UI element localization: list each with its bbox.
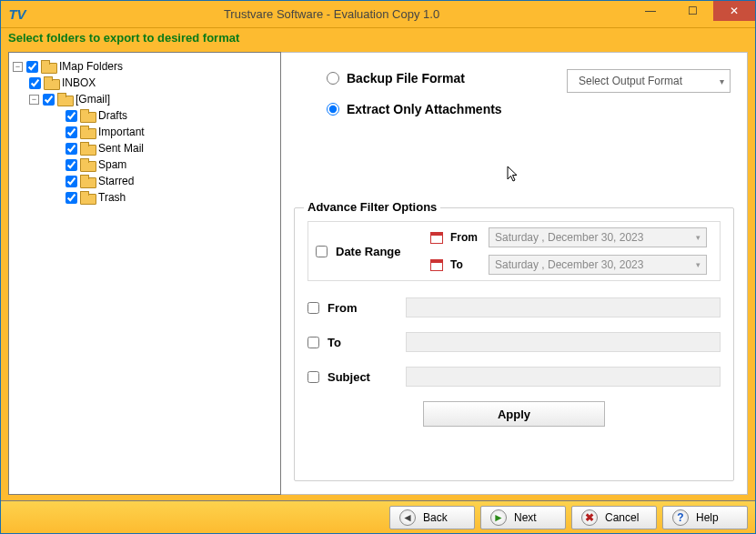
cancel-icon: ✖ xyxy=(581,509,598,526)
window-title: Trustvare Software - Evaluation Copy 1.0 xyxy=(34,7,630,21)
checkbox-inbox[interactable] xyxy=(29,77,41,89)
tree-node-starred[interactable]: Starred xyxy=(13,173,277,189)
tree-node-drafts[interactable]: Drafts xyxy=(13,107,277,124)
radio-backup[interactable] xyxy=(327,72,339,85)
date-from-row: From Saturday , December 30, 2023 ▾ xyxy=(430,227,712,247)
calendar-icon xyxy=(430,259,443,271)
checkbox-subject[interactable] xyxy=(307,371,319,383)
from-toggle[interactable]: From xyxy=(307,301,397,315)
close-button[interactable]: ✕ xyxy=(713,1,755,21)
date-to-value: Saturday , December 30, 2023 xyxy=(495,258,643,271)
to-input[interactable] xyxy=(406,332,721,352)
folder-icon xyxy=(80,126,95,138)
folder-tree[interactable]: − IMap Folders INBOX − [Gmail] Drafts xyxy=(8,52,281,495)
arrow-right-icon: ► xyxy=(490,509,507,526)
advance-filter-fieldset: Advance Filter Options Date Range From S… xyxy=(294,207,734,481)
date-range-toggle[interactable]: Date Range xyxy=(316,245,423,258)
fieldset-legend: Advance Filter Options xyxy=(304,200,440,214)
chevron-down-icon: ▾ xyxy=(720,76,724,86)
radio-backup-label: Backup File Format xyxy=(347,71,465,86)
arrow-left-icon: ◄ xyxy=(399,509,416,526)
filter-to-label: To xyxy=(328,336,341,349)
tree-node-gmail[interactable]: − [Gmail] xyxy=(13,91,277,107)
folder-icon xyxy=(80,142,95,155)
help-icon: ? xyxy=(672,509,689,526)
maximize-button[interactable]: ☐ xyxy=(671,1,713,21)
checkbox-from[interactable] xyxy=(307,302,319,314)
radio-extract-label: Extract Only Attachments xyxy=(347,102,502,116)
tree-label: Important xyxy=(98,126,145,138)
tree-node-root[interactable]: − IMap Folders xyxy=(13,58,277,75)
tree-label: Drafts xyxy=(98,109,127,122)
checkbox-starred[interactable] xyxy=(66,176,77,187)
checkbox-spam[interactable] xyxy=(66,159,77,171)
body: − IMap Folders INBOX − [Gmail] Drafts xyxy=(1,50,755,500)
tree-label: [Gmail] xyxy=(76,93,110,106)
calendar-icon xyxy=(430,232,443,244)
output-format-select[interactable]: Select Output Format ▾ xyxy=(567,69,731,93)
checkbox-root[interactable] xyxy=(26,61,38,73)
to-toggle[interactable]: To xyxy=(307,336,397,349)
options-panel: Backup File Format Extract Only Attachme… xyxy=(281,52,748,495)
tree-node-trash[interactable]: Trash xyxy=(13,189,277,206)
checkbox-date-range[interactable] xyxy=(316,246,328,257)
tree-label: Sent Mail xyxy=(98,142,144,155)
minimize-button[interactable]: — xyxy=(630,1,671,21)
collapse-icon[interactable]: − xyxy=(29,95,39,105)
date-from-picker[interactable]: Saturday , December 30, 2023 ▾ xyxy=(489,227,707,247)
subject-input[interactable] xyxy=(406,367,721,387)
radio-extract[interactable] xyxy=(327,103,339,116)
help-button[interactable]: ? Help xyxy=(662,506,748,529)
apply-button[interactable]: Apply xyxy=(423,401,605,427)
checkbox-sentmail[interactable] xyxy=(66,143,77,155)
tree-label: INBOX xyxy=(62,76,96,89)
window-controls: — ☐ ✕ xyxy=(630,1,755,27)
tree-node-inbox[interactable]: INBOX xyxy=(13,75,277,91)
date-range-label: Date Range xyxy=(336,245,401,258)
tree-label: Trash xyxy=(98,191,126,204)
date-to-picker[interactable]: Saturday , December 30, 2023 ▾ xyxy=(489,255,707,275)
filter-row-subject: Subject xyxy=(307,367,721,387)
titlebar[interactable]: TV Trustvare Software - Evaluation Copy … xyxy=(1,1,755,28)
tree-node-spam[interactable]: Spam xyxy=(13,156,277,173)
checkbox-gmail[interactable] xyxy=(43,94,55,106)
folder-icon xyxy=(80,109,95,122)
folder-icon xyxy=(41,60,55,73)
folder-icon xyxy=(80,158,95,171)
tree-label: Starred xyxy=(98,175,134,187)
cancel-label: Cancel xyxy=(605,511,639,524)
back-label: Back xyxy=(423,511,448,524)
next-button[interactable]: ► Next xyxy=(480,506,566,529)
radio-row-extract[interactable]: Extract Only Attachments xyxy=(327,102,729,116)
footer-nav: ◄ Back ► Next ✖ Cancel ? Help xyxy=(1,500,755,533)
app-icon: TV xyxy=(6,4,28,25)
collapse-icon[interactable]: − xyxy=(13,62,23,72)
output-format-placeholder: Select Output Format xyxy=(579,75,682,87)
date-range-group: Date Range From Saturday , December 30, … xyxy=(307,221,721,281)
chevron-down-icon: ▾ xyxy=(696,233,701,242)
cancel-button[interactable]: ✖ Cancel xyxy=(571,506,657,529)
tree-label: IMap Folders xyxy=(59,60,123,73)
cursor-icon xyxy=(507,166,521,187)
checkbox-trash[interactable] xyxy=(66,192,77,204)
folder-icon xyxy=(44,76,58,89)
next-label: Next xyxy=(514,511,537,524)
checkbox-to[interactable] xyxy=(307,337,319,348)
filter-subject-label: Subject xyxy=(328,370,370,384)
instruction-text: Select folders to export to desired form… xyxy=(8,31,239,45)
subject-toggle[interactable]: Subject xyxy=(307,370,397,384)
app-window: TV Trustvare Software - Evaluation Copy … xyxy=(0,0,756,534)
checkbox-drafts[interactable] xyxy=(66,110,77,122)
tree-node-important[interactable]: Important xyxy=(13,124,277,140)
folder-icon xyxy=(57,93,72,106)
chevron-down-icon: ▾ xyxy=(696,260,701,269)
tree-node-sentmail[interactable]: Sent Mail xyxy=(13,140,277,156)
from-input[interactable] xyxy=(406,297,721,317)
date-to-label: To xyxy=(450,258,481,271)
filter-from-label: From xyxy=(328,301,358,315)
date-to-row: To Saturday , December 30, 2023 ▾ xyxy=(430,255,712,275)
date-from-value: Saturday , December 30, 2023 xyxy=(495,231,643,244)
back-button[interactable]: ◄ Back xyxy=(389,506,475,529)
folder-icon xyxy=(80,175,95,187)
checkbox-important[interactable] xyxy=(66,126,77,138)
